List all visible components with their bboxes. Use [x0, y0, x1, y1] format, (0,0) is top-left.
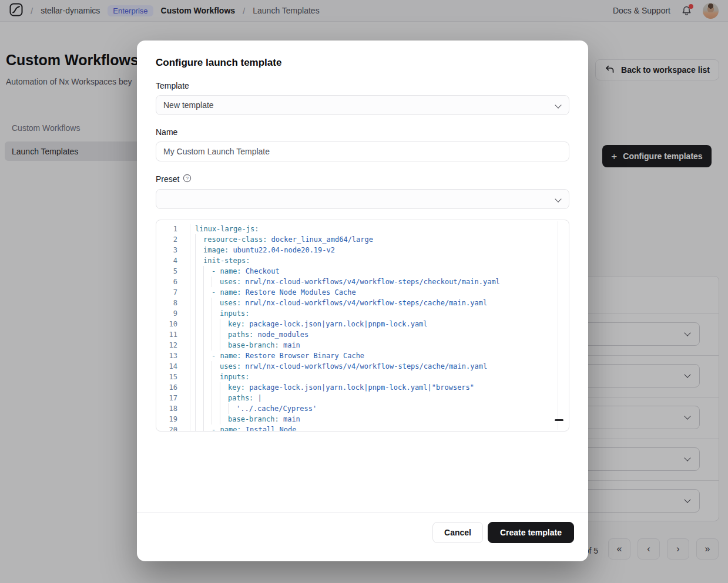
line-number: 7 [156, 287, 190, 298]
code-line: 12base-branch: main [156, 340, 569, 351]
code-token: package-lock.json|yarn.lock|pnpm-lock.ya… [245, 382, 474, 393]
indent-guide [212, 393, 220, 403]
line-number: 3 [156, 245, 190, 255]
indent-guide [220, 329, 228, 340]
indent-guide [203, 393, 212, 403]
cancel-button[interactable]: Cancel [432, 522, 483, 543]
template-select-value: New template [163, 100, 214, 110]
indent-guide [212, 414, 220, 424]
code-token: uses: [220, 361, 241, 372]
indent-guide [220, 340, 228, 351]
code-token: nrwl/nx-cloud-workflows/v4/workflow-step… [241, 298, 487, 308]
indent-guide [195, 424, 203, 432]
indent-guide [195, 308, 203, 319]
line-number: 11 [156, 329, 190, 340]
code-token: Install Node [241, 424, 297, 432]
code-line: 19base-branch: main [156, 414, 569, 424]
indent-guide [195, 382, 203, 393]
line-number: 12 [156, 340, 190, 351]
indent-guide [195, 255, 203, 266]
modal-footer: Cancel Create template [137, 512, 588, 561]
code-line: 3image: ubuntu22.04-node20.19-v2 [156, 245, 569, 255]
indent-guide [212, 277, 220, 287]
code-token: name: [220, 351, 241, 361]
configure-launch-template-modal: Configure launch template Template New t… [137, 41, 588, 561]
template-select[interactable]: New template [156, 95, 569, 115]
yaml-code-editor[interactable]: 1linux-large-js:2resource-class: docker_… [156, 220, 569, 432]
code-line: 1linux-large-js: [156, 224, 569, 234]
indent-guide [203, 319, 212, 329]
code-token: key: [228, 319, 245, 329]
indent-guide [203, 403, 212, 414]
code-line: 7- name: Restore Node Modules Cache [156, 287, 569, 298]
code-token: docker_linux_amd64/large [267, 234, 373, 245]
editor-scrollbar-track [558, 221, 558, 430]
indent-guide [212, 319, 220, 329]
indent-guide [212, 403, 220, 414]
indent-guide [203, 372, 212, 382]
code-token: key: [228, 382, 245, 393]
indent-guide [195, 393, 203, 403]
modal-title: Configure launch template [156, 57, 569, 69]
line-number: 4 [156, 255, 190, 266]
preset-select[interactable] [156, 189, 569, 209]
indent-guide [195, 329, 203, 340]
code-token: - [212, 424, 220, 432]
code-token: nrwl/nx-cloud-workflows/v4/workflow-step… [241, 277, 500, 287]
screen: / stellar-dynamics Enterprise Custom Wor… [0, 0, 728, 583]
code-token: - [212, 287, 220, 298]
indent-guide [195, 319, 203, 329]
indent-guide [212, 382, 220, 393]
code-token: '../.cache/Cypress' [236, 403, 317, 414]
code-token: init-steps: [203, 255, 250, 266]
code-lines: 1linux-large-js:2resource-class: docker_… [156, 224, 569, 432]
indent-guide [203, 308, 212, 319]
help-icon[interactable]: ? [183, 174, 192, 184]
editor-scrollbar-thumb[interactable] [555, 419, 563, 421]
indent-guide [220, 403, 228, 414]
indent-guide [195, 403, 203, 414]
name-input[interactable] [156, 141, 569, 161]
indent-guide [220, 414, 228, 424]
code-token: name: [220, 266, 241, 277]
indent-guide [195, 414, 203, 424]
indent-guide [212, 298, 220, 308]
code-token: base-branch: [228, 340, 279, 351]
line-number: 13 [156, 351, 190, 361]
chevron-down-icon [555, 196, 561, 202]
preset-field-label: Preset ? [156, 174, 569, 184]
indent-guide [203, 329, 212, 340]
indent-guide [195, 298, 203, 308]
name-field-label: Name [156, 127, 569, 137]
indent-guide [195, 351, 203, 361]
code-token: - [212, 266, 220, 277]
line-number: 9 [156, 308, 190, 319]
create-template-button[interactable]: Create template [488, 522, 574, 543]
code-line: 17paths: | [156, 393, 569, 403]
indent-guide [220, 382, 228, 393]
code-token: linux-large-js: [195, 224, 259, 234]
indent-guide [212, 361, 220, 372]
line-number: 17 [156, 393, 190, 403]
code-token: | [253, 393, 261, 403]
indent-guide [203, 351, 212, 361]
indent-guide [203, 424, 212, 432]
line-number: 18 [156, 403, 190, 414]
code-line: 8uses: nrwl/nx-cloud-workflows/v4/workfl… [156, 298, 569, 308]
code-token: resource-class: [203, 234, 267, 245]
indent-guide [195, 361, 203, 372]
code-token: inputs: [220, 308, 250, 319]
code-line: 10key: package-lock.json|yarn.lock|pnpm-… [156, 319, 569, 329]
line-number: 14 [156, 361, 190, 372]
indent-guide [203, 298, 212, 308]
indent-guide [195, 340, 203, 351]
code-line: 20- name: Install Node [156, 424, 569, 432]
line-number: 10 [156, 319, 190, 329]
code-token: Restore Browser Binary Cache [241, 351, 365, 361]
line-number: 15 [156, 372, 190, 382]
indent-guide [195, 266, 203, 277]
code-token: uses: [220, 277, 241, 287]
line-number: 16 [156, 382, 190, 393]
indent-guide [203, 382, 212, 393]
indent-guide [212, 308, 220, 319]
